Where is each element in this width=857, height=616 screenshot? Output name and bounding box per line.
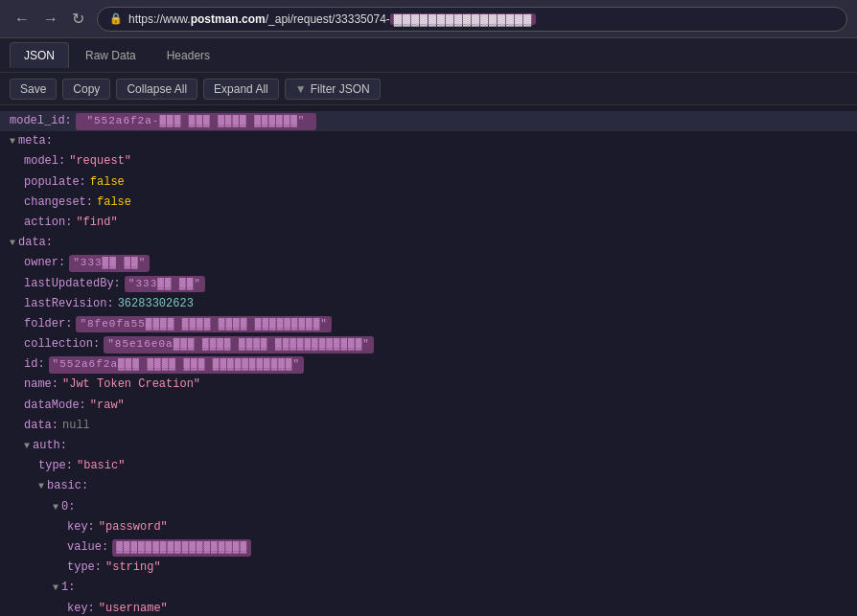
last-updated-label: lastUpdatedBy: (24, 275, 121, 293)
collection-label: collection: (24, 335, 100, 354)
zero-row: ▼ 0: (0, 497, 857, 517)
auth-type-value: "basic" (77, 457, 125, 475)
owner-label: owner: (24, 254, 65, 272)
basic-row: ▼ basic: (0, 476, 857, 496)
meta-row: ▼ meta: (0, 131, 857, 151)
model-value: "request" (69, 152, 131, 171)
url-text: https://www.postman.com/_api/request/333… (128, 12, 536, 26)
tab-raw-data[interactable]: Raw Data (71, 42, 151, 68)
model-id-key: model_id: (10, 112, 72, 130)
data-mode-label: dataMode: (24, 397, 86, 415)
data-mode-row: dataMode: "raw" (0, 396, 857, 416)
back-button[interactable]: ← (10, 8, 35, 30)
zero-key-value: "password" (99, 518, 168, 536)
id-label: id: (24, 355, 45, 374)
tab-bar: JSON Raw Data Headers (0, 38, 857, 73)
address-bar[interactable]: 🔒 https://www.postman.com/_api/request/3… (97, 7, 847, 32)
one-key: 1: (61, 579, 75, 597)
reload-button[interactable]: ↻ (67, 8, 89, 30)
id-value: "552a6f2a▓▓▓ ▓▓▓▓ ▓▓▓ ▓▓▓▓▓▓▓▓▓▓▓" (49, 356, 304, 374)
auth-type-row: type: "basic" (0, 456, 857, 476)
forward-button[interactable]: → (38, 8, 63, 30)
populate-row: populate: false (0, 172, 857, 193)
tab-headers[interactable]: Headers (152, 42, 224, 68)
zero-type-row: type: "string" (0, 558, 857, 578)
name-row: name: "Jwt Token Creation" (0, 375, 857, 395)
model-id-row: model_id: "552a6f2a-▓▓▓ ▓▓▓ ▓▓▓▓ ▓▓▓▓▓▓" (0, 111, 857, 131)
basic-arrow[interactable]: ▼ (38, 479, 44, 494)
owner-value: "333▓▓ ▓▓" (69, 255, 150, 272)
changeset-label: changeset: (24, 194, 93, 212)
changeset-value: false (97, 194, 131, 212)
zero-key-label: key: (67, 518, 95, 536)
last-revision-row: lastRevision: 36283302623 (0, 294, 857, 314)
owner-row: owner: "333▓▓ ▓▓" (0, 253, 857, 273)
changeset-row: changeset: false (0, 193, 857, 213)
save-button[interactable]: Save (10, 79, 57, 100)
populate-value: false (90, 173, 125, 192)
one-key-row: key: "username" (0, 599, 857, 617)
meta-key: meta: (18, 132, 53, 150)
zero-key: 0: (61, 498, 75, 516)
one-key-value: "username" (99, 600, 168, 617)
action-label: action: (24, 214, 72, 232)
json-content: model_id: "552a6f2a-▓▓▓ ▓▓▓ ▓▓▓▓ ▓▓▓▓▓▓"… (0, 105, 857, 616)
name-value: "Jwt Token Creation" (62, 376, 200, 394)
data-inner-value: null (62, 417, 90, 435)
meta-arrow[interactable]: ▼ (10, 134, 15, 149)
lock-icon: 🔒 (109, 12, 123, 25)
data-arrow[interactable]: ▼ (10, 236, 15, 251)
filter-json-button[interactable]: ▼ Filter JSON (285, 79, 381, 100)
folder-value: "8fe0fa55▓▓▓▓ ▓▓▓▓ ▓▓▓▓ ▓▓▓▓▓▓▓▓▓" (76, 316, 331, 333)
last-updated-value: "333▓▓ ▓▓" (125, 276, 205, 293)
action-value: "find" (76, 214, 117, 232)
zero-value-value: ▓▓▓▓▓▓▓▓▓▓▓▓▓▓▓▓▓▓ (112, 539, 251, 557)
collection-row: collection: "85e16e0a▓▓▓ ▓▓▓▓ ▓▓▓▓ ▓▓▓▓▓… (0, 334, 857, 354)
nav-buttons: ← → ↻ (10, 8, 89, 30)
data-mode-value: "raw" (90, 397, 125, 415)
one-arrow[interactable]: ▼ (53, 581, 58, 596)
zero-key-row: key: "password" (0, 517, 857, 537)
zero-value-label: value: (67, 538, 108, 557)
zero-type-label: type: (67, 559, 102, 577)
zero-value-row: value: ▓▓▓▓▓▓▓▓▓▓▓▓▓▓▓▓▓▓ (0, 537, 857, 558)
expand-all-button[interactable]: Expand All (203, 79, 279, 100)
model-row: model: "request" (0, 151, 857, 171)
toolbar: Save Copy Collapse All Expand All ▼ Filt… (0, 73, 857, 105)
model-label: model: (24, 152, 65, 171)
last-revision-value: 36283302623 (118, 295, 194, 313)
auth-row: ▼ auth: (0, 436, 857, 456)
tab-json[interactable]: JSON (10, 42, 69, 68)
copy-button[interactable]: Copy (62, 79, 110, 100)
one-key-label: key: (67, 600, 95, 617)
data-key: data: (18, 234, 53, 252)
folder-label: folder: (24, 315, 72, 333)
data-inner-row: data: null (0, 416, 857, 436)
browser-bar: ← → ↻ 🔒 https://www.postman.com/_api/req… (0, 0, 857, 38)
data-inner-label: data: (24, 417, 58, 435)
auth-arrow[interactable]: ▼ (24, 439, 30, 454)
id-row: id: "552a6f2a▓▓▓ ▓▓▓▓ ▓▓▓ ▓▓▓▓▓▓▓▓▓▓▓" (0, 354, 857, 375)
last-revision-label: lastRevision: (24, 295, 114, 313)
auth-type-label: type: (38, 457, 73, 475)
populate-label: populate: (24, 173, 86, 192)
zero-arrow[interactable]: ▼ (53, 500, 58, 515)
auth-key: auth: (33, 437, 67, 455)
basic-key: basic: (47, 477, 88, 495)
collection-value: "85e16e0a▓▓▓ ▓▓▓▓ ▓▓▓▓ ▓▓▓▓▓▓▓▓▓▓▓▓" (104, 336, 374, 354)
action-row: action: "find" (0, 213, 857, 233)
name-label: name: (24, 376, 58, 394)
data-row: ▼ data: (0, 233, 857, 253)
folder-row: folder: "8fe0fa55▓▓▓▓ ▓▓▓▓ ▓▓▓▓ ▓▓▓▓▓▓▓▓… (0, 314, 857, 334)
collapse-all-button[interactable]: Collapse All (116, 79, 197, 100)
one-row: ▼ 1: (0, 578, 857, 598)
model-id-value: "552a6f2a-▓▓▓ ▓▓▓ ▓▓▓▓ ▓▓▓▓▓▓" (76, 113, 316, 130)
filter-label: Filter JSON (311, 82, 370, 96)
last-updated-row: lastUpdatedBy: "333▓▓ ▓▓" (0, 274, 857, 294)
zero-type-value: "string" (105, 559, 161, 577)
filter-icon: ▼ (295, 82, 307, 96)
